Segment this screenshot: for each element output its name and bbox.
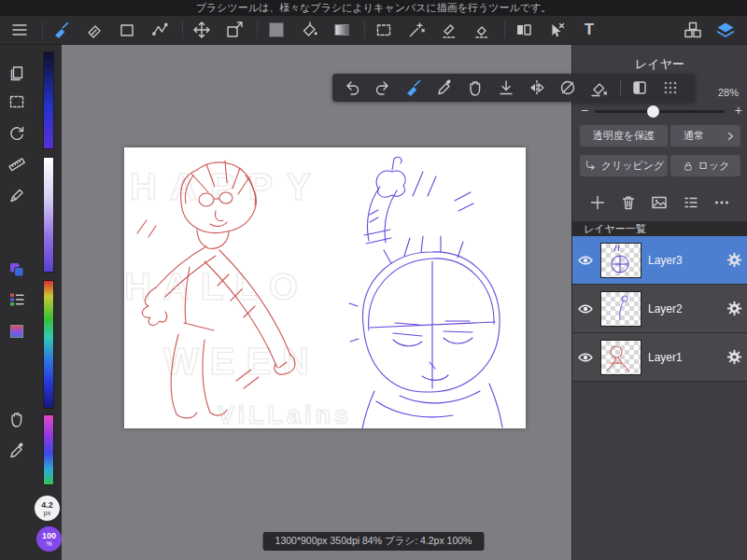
more-options-button[interactable]: [710, 190, 734, 215]
deselect-icon: [547, 21, 566, 39]
rotate-reset-button[interactable]: [557, 77, 579, 99]
shape-tool-button[interactable]: [115, 18, 139, 42]
hand-quick-button[interactable]: [464, 77, 486, 99]
deselect-button[interactable]: [544, 18, 569, 42]
opacity-decrease-button[interactable]: −: [581, 103, 588, 118]
gradient-tool-button[interactable]: [330, 18, 354, 42]
text-tool-button[interactable]: T: [577, 18, 601, 42]
shade-gradient-strip[interactable]: [43, 51, 54, 149]
layer-visibility-button[interactable]: [572, 333, 599, 382]
undo-button[interactable]: [341, 77, 363, 99]
hand-tool-button[interactable]: [7, 409, 27, 429]
transform-tool-button[interactable]: [222, 18, 247, 42]
polyline-icon: [150, 21, 169, 39]
plus-icon: [588, 193, 607, 212]
layer-list-button[interactable]: [679, 190, 703, 215]
gradient-swatch-button[interactable]: [7, 321, 27, 342]
brush-opacity-value: 100: [42, 532, 56, 540]
drag-handle-icon: [661, 78, 680, 97]
drawing-canvas[interactable]: HAPPY HALLO WEEN ViLLains: [124, 147, 526, 428]
magic-wand-tool-button[interactable]: [404, 18, 429, 42]
blend-mode-button[interactable]: 通常: [670, 125, 740, 147]
layer-visibility-button[interactable]: [572, 285, 599, 333]
lock-button[interactable]: ロック: [670, 155, 740, 176]
clear-button[interactable]: [587, 77, 610, 99]
layer-thumbnail[interactable]: [600, 291, 641, 327]
save-icon: [497, 78, 515, 97]
eyedropper-icon: [7, 441, 26, 460]
layer-row-layer1[interactable]: Layer1: [572, 333, 747, 382]
select-rect-tool-button[interactable]: [372, 18, 396, 42]
add-layer-button[interactable]: [585, 190, 610, 215]
layer-thumbnail[interactable]: [600, 243, 641, 278]
layer-row-layer3[interactable]: Layer3: [572, 236, 747, 285]
bucket-tool-button[interactable]: [297, 18, 321, 42]
opacity-slider-knob[interactable]: [647, 105, 659, 118]
ruler-button[interactable]: [7, 154, 27, 175]
opacity-slider-track[interactable]: [595, 110, 725, 113]
rotate-canvas-button[interactable]: [7, 123, 27, 144]
layer1-thumbnail-art: [601, 341, 642, 376]
canvas-artwork: HAPPY HALLO WEEN ViLLains: [124, 147, 526, 428]
rotate-icon: [7, 124, 26, 143]
delete-layer-button[interactable]: [616, 190, 641, 215]
materials-button[interactable]: [681, 18, 705, 42]
flip-horizontal-button[interactable]: [526, 77, 548, 99]
layer-thumbnail[interactable]: [600, 340, 641, 375]
color-swatch-button[interactable]: [7, 259, 27, 280]
hue-gradient-strip-2[interactable]: [43, 414, 54, 485]
layer-settings-button[interactable]: [721, 333, 747, 382]
color-swatch-icon: [7, 260, 26, 279]
select-area-button[interactable]: [7, 91, 27, 112]
polyline-tool-button[interactable]: [148, 18, 172, 42]
gear-icon: [726, 300, 743, 317]
purple-sketch: [349, 157, 502, 428]
layer-name: Layer1: [648, 351, 721, 364]
save-button[interactable]: [495, 77, 517, 99]
select-eraser-tool-button[interactable]: [470, 18, 494, 42]
value-gradient-strip[interactable]: [43, 157, 54, 273]
clipping-button[interactable]: クリッピング: [580, 155, 668, 176]
watermark-text: ViLLains: [218, 401, 352, 428]
transform-icon: [225, 21, 244, 39]
layers-panel-button[interactable]: [713, 18, 738, 42]
hue-gradient-strip[interactable]: [43, 280, 54, 409]
toolbar-separator: [504, 21, 505, 38]
eyedropper-quick-button[interactable]: [433, 77, 456, 99]
layer-settings-button[interactable]: [721, 236, 747, 285]
move-tool-button[interactable]: [190, 18, 214, 42]
layer-settings-button[interactable]: [721, 285, 747, 333]
brush-quick-button[interactable]: [402, 77, 425, 99]
eraser-tool-button[interactable]: [82, 18, 106, 42]
layer-row-layer2[interactable]: Layer2: [572, 285, 747, 333]
split-view-button[interactable]: [512, 18, 536, 42]
brush-opacity-badge[interactable]: 100 %: [36, 526, 62, 552]
opacity-increase-button[interactable]: +: [735, 103, 742, 118]
select-area-icon: [7, 92, 26, 111]
palette-list-button[interactable]: [7, 289, 27, 310]
redo-button[interactable]: [372, 77, 394, 99]
palette-list-icon: [7, 290, 26, 309]
menu-button[interactable]: [7, 18, 32, 42]
hand-icon: [7, 410, 26, 428]
toolbar-drag-handle[interactable]: [659, 77, 682, 99]
invert-view-button[interactable]: [628, 77, 651, 99]
pages-button[interactable]: [7, 63, 27, 84]
protect-alpha-button[interactable]: 透明度を保護: [580, 125, 668, 147]
marker-button[interactable]: [7, 185, 27, 205]
canvas-area: HAPPY HALLO WEEN ViLLains: [62, 45, 571, 560]
toolbar-separator: [364, 21, 365, 38]
eyedropper-button[interactable]: [7, 441, 27, 461]
select-pen-tool-button[interactable]: [437, 18, 461, 42]
brush-size-badge[interactable]: 4.2 px: [35, 496, 60, 521]
invert-icon: [630, 78, 649, 97]
layer-panel-title: レイヤー: [572, 56, 747, 73]
toolbar-separator: [42, 21, 43, 38]
layer-opacity-slider: − +: [572, 103, 747, 119]
brush-icon: [52, 21, 71, 39]
layer-visibility-button[interactable]: [572, 236, 599, 285]
brush-tool-button[interactable]: [49, 18, 74, 42]
status-bar: 1300*900px 350dpi 84% ブラシ: 4.2px 100%: [263, 532, 485, 551]
color-chip-button[interactable]: [264, 18, 289, 42]
import-image-button[interactable]: [647, 190, 671, 215]
